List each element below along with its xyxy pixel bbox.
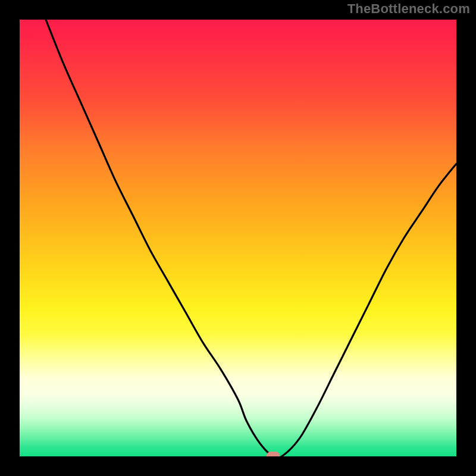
chart-frame: TheBottleneck.com (0, 0, 476, 476)
plot-area (20, 20, 456, 456)
watermark-text: TheBottleneck.com (347, 1, 470, 17)
optimal-point-marker (267, 452, 280, 456)
bottleneck-curve (20, 20, 456, 456)
